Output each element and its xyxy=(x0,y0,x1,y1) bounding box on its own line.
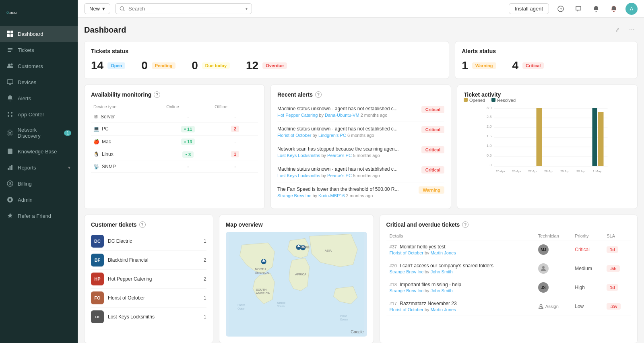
sidebar-item-app-center[interactable]: App Center xyxy=(0,106,78,122)
notifications-button[interactable] xyxy=(590,3,602,15)
sla-18: 1d xyxy=(607,284,618,291)
sidebar-label-devices: Devices xyxy=(18,79,36,85)
linux-offline: 1 xyxy=(231,151,239,157)
search-input[interactable] xyxy=(128,6,242,12)
sidebar-item-reports[interactable]: Reports ▼ xyxy=(0,159,78,176)
alerts-stats: 1 Warning 4 Critical xyxy=(462,59,631,72)
avail-row-server: 🖥Server - - xyxy=(91,111,258,123)
avail-col-offline: Offline xyxy=(212,103,258,111)
app-center-icon xyxy=(6,111,14,118)
sla-20: -5h xyxy=(607,265,620,272)
sidebar-item-customers[interactable]: Customers xyxy=(0,58,78,74)
chart-area: 0 0.5 1.0 1.5 2.0 2.5 3.0 xyxy=(464,107,631,175)
more-options-button[interactable]: ⋯ xyxy=(626,24,638,35)
sidebar-item-knowledge-base[interactable]: Knowledge Base xyxy=(0,143,78,159)
resolved-legend: Resolved xyxy=(491,98,516,103)
sidebar-item-admin[interactable]: Admin xyxy=(0,192,78,208)
duetoday-count: 0 xyxy=(192,59,198,72)
critical-tickets-help-icon[interactable]: ? xyxy=(462,221,469,228)
crit-row-37: #37 Monitor hello yes test Florist of Oc… xyxy=(386,240,631,259)
dashboard-content: Dashboard ⤢ ⋯ Tickets status 14 Open 0 xyxy=(78,18,644,343)
page-header: Dashboard ⤢ ⋯ xyxy=(84,24,638,35)
alerts-stat-critical: 4 Critical xyxy=(512,59,544,72)
dc-avatar: DC xyxy=(91,235,104,248)
svg-text:28 Apr: 28 Apr xyxy=(544,169,553,173)
lostkeys-name: Lost Keys Locksmiths xyxy=(108,314,200,320)
alerts-stat-warning: 1 Warning xyxy=(462,59,496,72)
priority-18: High xyxy=(575,285,585,290)
recent-alerts-help-icon[interactable]: ? xyxy=(315,91,322,98)
svg-rect-5 xyxy=(7,34,10,37)
alerts-icon xyxy=(6,95,14,102)
customer-tickets-list: DC DC Electric 1 BF Blackbird Financial … xyxy=(91,232,206,326)
sidebar-item-network-discovery[interactable]: Network Discovery 1 xyxy=(0,122,78,143)
svg-text:Indian: Indian xyxy=(340,314,347,317)
alert-item-5: The Fan Speed is lower than the threshol… xyxy=(277,182,444,202)
svg-text:Ocean: Ocean xyxy=(237,307,246,310)
avail-row-linux: 🐧Linux 3 1 xyxy=(91,148,258,161)
svg-rect-20 xyxy=(11,165,12,170)
overdue-count: 12 xyxy=(246,59,258,72)
availability-help-icon[interactable]: ? xyxy=(154,91,160,98)
bar-1may-resolved xyxy=(592,108,597,166)
bottom-row: Customer tickets ? DC DC Electric 1 BF B… xyxy=(84,215,638,343)
svg-text:Ocean: Ocean xyxy=(277,305,285,308)
sidebar-item-devices[interactable]: Devices xyxy=(0,74,78,90)
warning-count: 1 xyxy=(462,59,468,72)
assign-button-17[interactable]: Assign xyxy=(538,304,568,309)
svg-text:0.5: 0.5 xyxy=(487,153,492,157)
search-chevron-icon: ▾ xyxy=(246,6,248,11)
customer-tickets-help-icon[interactable]: ? xyxy=(139,221,146,228)
critical-tickets-title: Critical and overdue tickets ? xyxy=(386,221,631,228)
search-bar[interactable]: ▾ xyxy=(115,3,252,14)
new-chevron-icon: ▾ xyxy=(102,6,105,12)
user-avatar[interactable]: A xyxy=(625,3,638,15)
alerts-bell-button[interactable] xyxy=(608,3,620,15)
alert-severity-4: Critical xyxy=(421,166,444,174)
install-agent-button[interactable]: Install agent xyxy=(509,3,549,14)
chart-legend: Opened Resolved xyxy=(464,98,631,103)
sidebar-label-admin: Admin xyxy=(18,197,33,203)
svg-rect-19 xyxy=(10,166,11,170)
svg-text:29 Apr: 29 Apr xyxy=(560,169,570,173)
svg-point-11 xyxy=(11,112,12,114)
svg-text:Atlantic: Atlantic xyxy=(277,302,285,304)
map-overview-card: Map overview xyxy=(219,215,374,343)
sidebar-navigation: Dashboard Tickets Customers Devices A xyxy=(0,26,78,343)
alerts-status-card: Alerts status 1 Warning 4 Critical xyxy=(455,41,638,79)
sidebar-item-refer[interactable]: Refer a Friend xyxy=(0,208,78,224)
ticket-stat-pending: 0 Pending xyxy=(141,59,175,72)
tech-avatar-18: JS xyxy=(538,282,549,293)
svg-text:Ocean: Ocean xyxy=(340,318,348,321)
priority-17: Low xyxy=(575,304,584,309)
expand-button[interactable]: ⤢ xyxy=(612,24,623,35)
billing-icon: $ xyxy=(6,180,14,187)
bar-1may-opened xyxy=(598,112,604,166)
sla-37: 1d xyxy=(607,246,618,253)
new-button[interactable]: New ▾ xyxy=(84,3,110,14)
knowledge-base-icon xyxy=(6,148,14,155)
blackbird-avatar: BF xyxy=(91,254,104,267)
svg-text:1 May: 1 May xyxy=(593,169,602,173)
svg-text:30 Apr: 30 Apr xyxy=(576,169,586,173)
sidebar-logo[interactable]: ATERA xyxy=(0,0,78,26)
customer-item-florist: FO Florist of October 1 xyxy=(91,289,206,308)
open-count: 14 xyxy=(91,59,103,72)
lostkeys-count: 1 xyxy=(204,314,206,320)
svg-point-14 xyxy=(9,132,11,134)
sidebar-item-tickets[interactable]: Tickets xyxy=(0,42,78,58)
critical-badge: Critical xyxy=(522,62,544,69)
crit-col-details: Details xyxy=(386,232,535,240)
chat-button[interactable] xyxy=(572,3,584,15)
sidebar-item-alerts[interactable]: Alerts xyxy=(0,90,78,106)
sidebar-item-dashboard[interactable]: Dashboard xyxy=(0,26,78,42)
svg-rect-4 xyxy=(10,31,13,33)
pc-offline: 2 xyxy=(231,126,239,132)
warning-badge: Warning xyxy=(472,62,496,69)
crit-row-17: #17 Razzmatazz November 23 Florist of Oc… xyxy=(386,297,631,316)
help-button[interactable]: ? xyxy=(555,3,567,15)
avail-row-mac: 🍎Mac 13 - xyxy=(91,135,258,148)
sidebar-item-billing[interactable]: $ Billing xyxy=(0,176,78,192)
alert-severity-1: Critical xyxy=(421,106,444,113)
svg-text:26 Apr: 26 Apr xyxy=(512,169,521,173)
